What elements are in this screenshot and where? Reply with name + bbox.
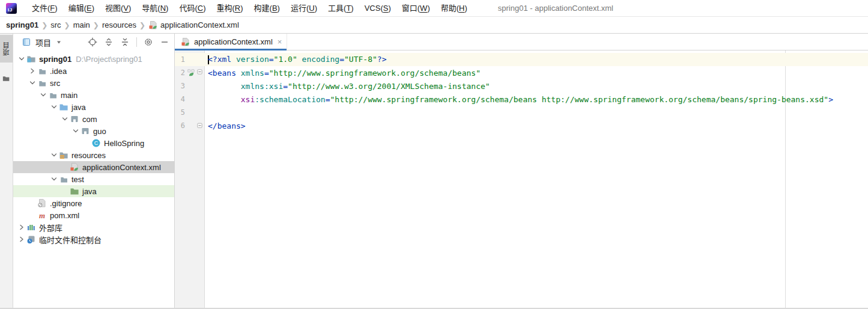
panel-icon — [22, 37, 31, 47]
chevron-spacer — [60, 162, 70, 172]
caret-down-small-icon — [54, 37, 64, 47]
chevron-down-icon[interactable] — [49, 174, 59, 184]
tree-item-applicationContext.xml[interactable]: applicationContext.xml — [13, 161, 174, 173]
chevron-right-icon — [17, 234, 26, 244]
menu-N[interactable]: 导航(N) — [136, 0, 174, 17]
chevron-down-icon[interactable] — [71, 126, 80, 136]
code-line-1: 1<?xml version="1.0" encoding="UTF-8"?> — [175, 53, 868, 66]
chevron-down-icon — [17, 54, 26, 64]
code-text[interactable]: <beans xmlns="http://www.springframework… — [205, 69, 481, 78]
breadcrumb: spring01❯src❯main❯resources❯applicationC… — [0, 17, 868, 34]
project-panel-title[interactable]: 项目 — [35, 37, 51, 48]
code-text[interactable]: </beans> — [205, 121, 246, 130]
chevron-down-icon — [60, 114, 70, 124]
chevron-down-icon — [38, 90, 48, 100]
tree-item-label: spring01 — [39, 55, 71, 64]
chevron-spacer — [28, 210, 37, 220]
scratches-icon — [26, 234, 36, 244]
tree-item-label: java — [71, 103, 86, 112]
breadcrumb-item[interactable]: spring01 — [6, 20, 38, 29]
gutter-line-1: 1 — [175, 53, 205, 66]
menu-F[interactable]: 文件(F) — [26, 0, 63, 17]
menu-H[interactable]: 帮助(H) — [436, 0, 473, 17]
tree-item-HelloSpring[interactable]: CHelloSpring — [13, 137, 174, 149]
collapse-all-icon — [120, 37, 130, 47]
spring-bean-icon — [187, 69, 195, 76]
code-editor[interactable]: 1<?xml version="1.0" encoding="UTF-8"?>2… — [175, 50, 868, 308]
tree-item-.idea[interactable]: .idea — [13, 65, 174, 77]
line-number: 6 — [175, 121, 185, 130]
chevron-down-icon[interactable] — [60, 114, 70, 124]
window-title: spring01 - applicationContext.xml — [498, 4, 613, 13]
menu-W[interactable]: 窗口(W) — [396, 0, 436, 17]
chevron-down-icon[interactable] — [38, 90, 48, 100]
test-source-folder-icon — [70, 186, 79, 196]
tree-item-src[interactable]: src — [13, 77, 174, 89]
folder-icon — [38, 67, 46, 75]
breadcrumb-item[interactable]: applicationContext.xml — [148, 20, 239, 30]
breadcrumb-item[interactable]: main — [73, 20, 90, 29]
editor-tab-applicationcontext[interactable]: applicationContext.xml × — [175, 34, 287, 50]
breadcrumb-item[interactable]: resources — [102, 20, 136, 29]
spring-bean-gutter[interactable] — [186, 68, 196, 78]
menu-S[interactable]: VCS(S) — [359, 0, 396, 17]
package-icon — [70, 114, 79, 124]
menu-T[interactable]: 工具(T) — [323, 0, 359, 17]
breadcrumb-item[interactable]: src — [50, 20, 61, 29]
gutter-line-2: 2 — [175, 66, 205, 79]
collapse-all-button[interactable] — [120, 37, 130, 47]
chevron-right-icon[interactable] — [17, 234, 26, 244]
tree-item-java[interactable]: java — [13, 101, 174, 113]
chevron-right-icon[interactable] — [28, 66, 37, 76]
tree-item-guo[interactable]: guo — [13, 125, 174, 137]
menu-E[interactable]: 编辑(E) — [63, 0, 100, 17]
gutter-spacer — [186, 94, 196, 104]
breadcrumb-separator: ❯ — [38, 21, 50, 29]
stripe-folder-icon[interactable] — [2, 75, 11, 84]
expand-all-button[interactable] — [104, 37, 114, 47]
code-text[interactable]: <?xml version="1.0" encoding="UTF-8"?> — [205, 55, 386, 64]
close-icon[interactable]: × — [278, 38, 282, 46]
chevron-down-icon — [49, 174, 59, 184]
tree-item-com[interactable]: com — [13, 113, 174, 125]
menu-B[interactable]: 构建(B) — [249, 0, 285, 17]
line-number: 1 — [175, 55, 185, 64]
code-text[interactable]: xmlns:xsi="http://www.w3.org/2001/XMLSch… — [205, 82, 490, 91]
fold-down-marker[interactable] — [196, 69, 205, 76]
chevron-down-icon[interactable] — [28, 78, 37, 88]
menu-U[interactable]: 运行(U) — [285, 0, 323, 17]
tree-item-pom.xml[interactable]: mpom.xml — [13, 209, 174, 221]
svg-text:C: C — [94, 140, 99, 146]
settings-button[interactable] — [144, 37, 153, 47]
fold-up-marker[interactable] — [196, 122, 205, 129]
chevron-down-icon[interactable] — [54, 37, 64, 47]
tree-item-临时文件和控制台[interactable]: 临时文件和控制台 — [13, 233, 174, 245]
tree-item-java[interactable]: java — [13, 185, 174, 197]
gutter-line-4: 4 — [175, 93, 205, 106]
project-view-icon[interactable] — [22, 37, 31, 47]
menu-R[interactable]: 重构(R) — [211, 0, 249, 17]
tree-item-test[interactable]: test — [13, 173, 174, 185]
stripe-project-button[interactable]: 项目 — [0, 35, 13, 63]
tree-item-.gitignore[interactable]: .gitignore — [13, 197, 174, 209]
tree-item-外部库[interactable]: 外部库 — [13, 221, 174, 233]
project-folder-icon — [26, 54, 36, 64]
menu-V[interactable]: 视图(V) — [100, 0, 136, 17]
chevron-down-icon[interactable] — [49, 150, 59, 160]
spring-xml-icon — [181, 37, 190, 47]
chevron-right-icon[interactable] — [17, 222, 26, 232]
tree-item-resources[interactable]: resources — [13, 149, 174, 161]
code-text[interactable]: xsi:schemaLocation="http://www.springfra… — [205, 95, 833, 104]
chevron-down-icon[interactable] — [49, 102, 59, 112]
code-line-3: 3 xmlns:xsi="http://www.w3.org/2001/XMLS… — [175, 79, 868, 93]
tree-item-spring01[interactable]: spring01D:\Project\spring01 — [13, 53, 174, 65]
tree-item-label: .idea — [50, 67, 67, 76]
tree-item-main[interactable]: main — [13, 89, 174, 101]
chevron-spacer — [28, 198, 37, 208]
hide-button[interactable] — [160, 37, 169, 47]
locate-button[interactable] — [88, 37, 97, 47]
menu-C[interactable]: 代码(C) — [174, 0, 211, 17]
source-folder-icon — [59, 102, 68, 112]
gutter-line-3: 3 — [175, 79, 205, 93]
chevron-down-icon[interactable] — [17, 54, 26, 64]
